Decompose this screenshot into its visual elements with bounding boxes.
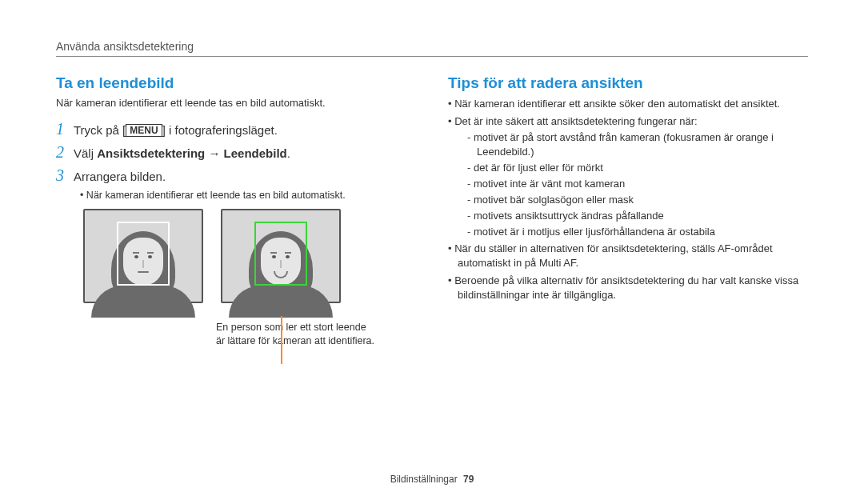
text: Välj xyxy=(74,146,97,160)
callout-line-icon xyxy=(281,316,282,364)
tip-subitem: motivets ansiktsuttryck ändras påfalland… xyxy=(467,209,808,223)
manual-page: Använda ansiktsdetektering Ta en leendeb… xyxy=(0,0,864,504)
tip-subitem: motivet bär solglasögon eller mask xyxy=(467,193,808,207)
step-3-note: När kameran identifierar ett leende tas … xyxy=(80,190,416,201)
tip-sublist: motivet är på stort avstånd från kameran… xyxy=(467,130,808,239)
left-heading: Ta en leendebild xyxy=(56,74,416,92)
tip-item: Det är inte säkert att ansiktsdetekterin… xyxy=(448,114,808,239)
text: . xyxy=(287,146,290,160)
step-number: 1 xyxy=(56,120,74,138)
focus-frame-green xyxy=(254,222,307,286)
two-column-layout: Ta en leendebild När kameran identifiera… xyxy=(56,74,808,348)
step-2-text: Välj Ansiktsdetektering → Leendebild. xyxy=(74,146,290,160)
tip-item: När kameran identifierar ett ansikte sök… xyxy=(448,97,808,111)
left-intro: När kameran identifierar ett leende tas … xyxy=(56,97,416,109)
example-image-smile xyxy=(221,209,341,303)
example-image-neutral xyxy=(83,209,203,303)
step-3: 3 Arrangera bilden. xyxy=(56,166,416,185)
menu-button-label: MENU xyxy=(126,124,162,137)
step-number: 3 xyxy=(56,166,74,185)
image-caption: En person som ler ett stort leende är lä… xyxy=(216,321,376,348)
tips-list: När kameran identifierar ett ansikte sök… xyxy=(448,97,808,302)
tip-subitem: det är för ljust eller för mörkt xyxy=(467,161,808,175)
focus-frame-white xyxy=(117,222,170,286)
step-2: 2 Välj Ansiktsdetektering → Leendebild. xyxy=(56,143,416,162)
arrow: → xyxy=(205,146,223,160)
bold-text: Ansiktsdetektering xyxy=(97,146,205,160)
right-heading: Tips för att radera ansikten xyxy=(448,74,808,92)
bold-text: Leendebild xyxy=(224,146,287,160)
right-column: Tips för att radera ansikten När kameran… xyxy=(448,74,808,348)
example-images-row xyxy=(83,209,416,303)
tip-item: Beroende på vilka alternativ för ansikts… xyxy=(448,274,808,302)
step-3-text: Arrangera bilden. xyxy=(74,170,166,183)
page-number: 79 xyxy=(463,474,474,485)
step-1: 1 Tryck på [MENU] i fotograferingsläget. xyxy=(56,120,416,138)
steps-list: 1 Tryck på [MENU] i fotograferingsläget.… xyxy=(56,120,416,185)
tip-item: När du ställer in alternativen för ansik… xyxy=(448,242,808,270)
divider xyxy=(56,56,808,57)
tip-subitem: motivet är i motljus eller ljusförhållan… xyxy=(467,225,808,239)
step-number: 2 xyxy=(56,143,74,162)
tip-subitem: motivet är på stort avstånd från kameran… xyxy=(467,130,808,159)
text: Det är inte säkert att ansiktsdetekterin… xyxy=(454,115,698,127)
section-header: Använda ansiktsdetektering xyxy=(56,40,808,53)
text: ] i fotograferingsläget. xyxy=(162,123,278,137)
page-footer: Bildinställningar 79 xyxy=(0,474,864,485)
step-1-text: Tryck på [MENU] i fotograferingsläget. xyxy=(74,123,278,137)
tip-subitem: motivet inte är vänt mot kameran xyxy=(467,177,808,191)
text: Tryck på [ xyxy=(74,123,126,137)
left-column: Ta en leendebild När kameran identifiera… xyxy=(56,74,416,348)
footer-section: Bildinställningar xyxy=(390,474,458,485)
